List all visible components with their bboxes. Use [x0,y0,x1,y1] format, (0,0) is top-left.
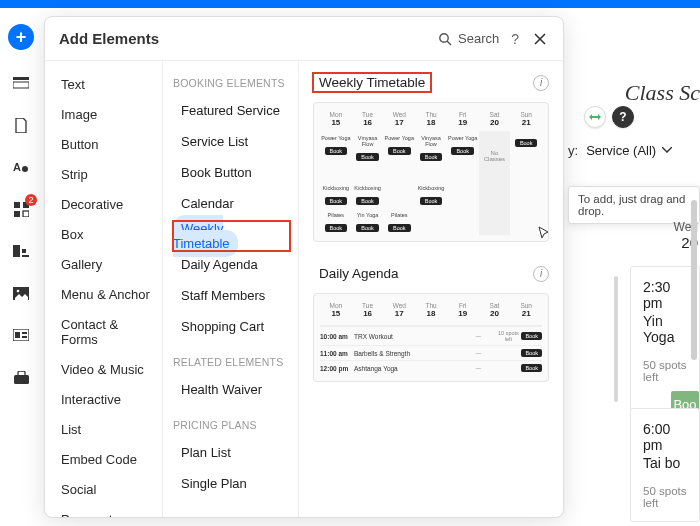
svg-rect-15 [22,332,27,334]
svg-rect-9 [22,249,26,253]
class-name: Yin Yoga [643,313,689,345]
category-menu-anchor[interactable]: Menu & Anchor [55,281,162,308]
related-elements-label: RELATED ELEMENTS [173,356,290,368]
pricing-plans-label: PRICING PLANS [173,419,290,431]
svg-rect-8 [13,245,20,257]
my-business-icon[interactable] [12,242,30,260]
panel-search[interactable]: Search [438,31,499,46]
category-payments[interactable]: Payments [55,506,162,517]
app-topbar [0,0,700,8]
category-contact-forms[interactable]: Contact & Forms [55,311,162,353]
element-health-waiver[interactable]: Health Waiver [173,376,290,403]
scrollbar-thumb[interactable] [691,200,697,360]
svg-point-12 [17,289,20,292]
info-icon[interactable]: i [533,266,549,282]
element-book-button[interactable]: Book Button [173,159,290,186]
window-scrollbar[interactable] [690,56,698,526]
category-embed-code[interactable]: Embed Code [55,446,162,473]
svg-point-3 [22,166,28,172]
category-strip[interactable]: Strip [55,161,162,188]
daily-row: 11:00 am Barbells & Strength — Book [320,345,542,360]
element-single-plan[interactable]: Single Plan [173,470,290,497]
element-staff-members[interactable]: Staff Members [173,282,290,309]
element-service-list[interactable]: Service List [173,128,290,155]
svg-rect-14 [15,332,20,338]
svg-rect-4 [14,202,20,208]
class-spots: 50 spots left [643,485,689,509]
info-icon[interactable]: i [533,75,549,91]
filter-select[interactable]: Service (All) [586,143,672,158]
help-handle[interactable]: ? [612,106,634,128]
category-interactive[interactable]: Interactive [55,386,162,413]
left-rail: + A 2 [0,8,42,526]
svg-rect-6 [14,211,20,217]
category-text[interactable]: Text [55,71,162,98]
panel-header: Add Elements Search ? [45,17,563,61]
add-elements-panel: Add Elements Search ? Text Image Button … [44,16,564,518]
sidebar-scrollbar[interactable] [614,276,618,402]
design-icon[interactable]: A [12,158,30,176]
page-heading: Class Sc [625,80,700,106]
media-icon[interactable] [12,284,30,302]
svg-text:A: A [13,161,21,173]
svg-rect-1 [13,82,29,88]
search-label: Search [458,31,499,46]
panel-title: Add Elements [59,30,426,47]
content-icon[interactable] [12,326,30,344]
preview-weekly-title: Weekly Timetable [313,73,431,92]
category-image[interactable]: Image [55,101,162,128]
svg-rect-16 [22,336,27,338]
search-icon [438,32,452,46]
category-list: Text Image Button Strip Decorative Box G… [45,61,163,517]
preview-daily-title: Daily Agenda [313,264,405,283]
svg-rect-0 [13,77,29,80]
question-icon: ? [619,110,626,124]
page-backdrop: Class Sc ? y: Service (All) To add, just… [564,56,700,526]
stretch-handle[interactable] [584,106,606,128]
booking-elements-label: BOOKING ELEMENTS [173,77,290,89]
weekly-timetable-preview[interactable]: Mon15 Tue16 Wed17 Thu18 Fri19 Sat20 Sun2… [313,102,549,242]
svg-rect-10 [22,255,29,257]
drag-drop-tooltip: To add, just drag and drop. [568,186,700,224]
element-plan-list[interactable]: Plan List [173,439,290,466]
category-social[interactable]: Social [55,476,162,503]
page-icon[interactable] [12,116,30,134]
category-box[interactable]: Box [55,221,162,248]
category-decorative[interactable]: Decorative [55,191,162,218]
drag-cursor-icon [533,225,551,243]
filter-bar: y: Service (All) [568,130,700,170]
class-name: Tai bo [643,455,689,471]
category-button[interactable]: Button [55,131,162,158]
chevron-down-icon [662,147,672,153]
daily-row: 12:00 pm Ashtanga Yoga — Book [320,360,542,375]
section-icon[interactable] [12,74,30,92]
element-calendar[interactable]: Calendar [173,190,290,217]
apps-icon[interactable]: 2 [12,200,30,218]
weekly-header: Mon15 Tue16 Wed17 Thu18 Fri19 Sat20 Sun2… [320,109,542,131]
help-button[interactable]: ? [511,31,519,47]
class-time: 6:00 pm [643,421,689,453]
elements-list: BOOKING ELEMENTS Featured Service Servic… [163,61,299,517]
category-gallery[interactable]: Gallery [55,251,162,278]
add-plus-button[interactable]: + [8,24,34,50]
daily-agenda-preview[interactable]: Mon15 Tue16 Wed17 Thu18 Fri19 Sat20 Sun2… [313,293,549,382]
element-weekly-timetable[interactable]: Weekly Timetable [173,215,238,257]
apps-badge: 2 [25,194,37,206]
svg-point-19 [440,33,448,41]
element-featured-service[interactable]: Featured Service [173,97,290,124]
close-button[interactable] [531,30,549,48]
element-shopping-cart[interactable]: Shopping Cart [173,313,290,340]
category-video-music[interactable]: Video & Music [55,356,162,383]
filter-label: y: [568,143,578,158]
arrows-horizontal-icon [589,113,601,121]
business-icon[interactable] [12,368,30,386]
category-list-cat[interactable]: List [55,416,162,443]
class-time: 2:30 pm [643,279,689,311]
preview-column: Weekly Timetable i Mon15 Tue16 Wed17 Thu… [299,61,563,517]
svg-rect-7 [23,211,29,217]
class-spots: 50 spots left [643,359,689,383]
daily-row: 10:00 am TRX Workout — 10 spots left Boo… [320,326,542,345]
svg-line-20 [447,41,451,45]
close-icon [534,33,546,45]
